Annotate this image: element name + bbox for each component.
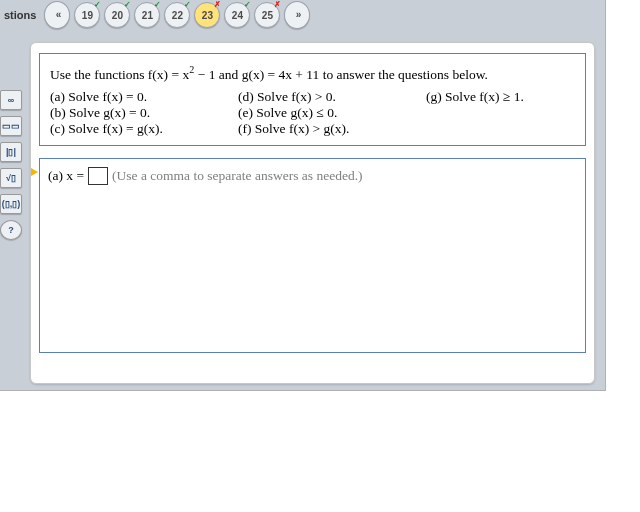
- part-f: (f) Solve f(x) > g(x).: [238, 121, 408, 137]
- next-button[interactable]: »: [284, 1, 310, 29]
- check-icon: ✓: [92, 0, 102, 10]
- part-e: (e) Solve g(x) ≤ 0.: [238, 105, 408, 121]
- part-c: (c) Solve f(x) = g(x).: [50, 121, 220, 137]
- question-block: Use the functions f(x) = x2 − 1 and g(x)…: [39, 53, 586, 146]
- answer-block: (a) x = (Use a comma to separate answers…: [39, 158, 586, 353]
- check-icon: ✓: [242, 0, 252, 10]
- question-intro: Use the functions f(x) = x2 − 1 and g(x)…: [50, 64, 575, 83]
- check-icon: ✓: [182, 0, 192, 10]
- question-25-button[interactable]: 25✗: [254, 2, 280, 28]
- fraction-tool[interactable]: ▭▭: [0, 116, 22, 136]
- check-icon: ✓: [122, 0, 132, 10]
- intro-text-1: Use the functions f(x) = x: [50, 67, 189, 82]
- intro-text-2: − 1 and g(x) = 4x + 11 to answer the que…: [194, 67, 488, 82]
- question-panel: Use the functions f(x) = x2 − 1 and g(x)…: [30, 42, 595, 384]
- cross-icon: ✗: [212, 0, 222, 10]
- question-23-button[interactable]: 23✗: [194, 2, 220, 28]
- question-24-button[interactable]: 24✓: [224, 2, 250, 28]
- tool-belt: ∞ ▭▭ |▯| √▯ (▯,▯) ?: [0, 90, 30, 240]
- part-d: (d) Solve f(x) > 0.: [238, 89, 408, 105]
- check-icon: ✓: [152, 0, 162, 10]
- question-nav: 19✓20✓21✓22✓23✗24✓25✗: [72, 2, 282, 28]
- question-20-button[interactable]: 20✓: [104, 2, 130, 28]
- interval-tool[interactable]: (▯,▯): [0, 194, 22, 214]
- sqrt-tool[interactable]: √▯: [0, 168, 22, 188]
- question-21-button[interactable]: 21✓: [134, 2, 160, 28]
- question-22-button[interactable]: 22✓: [164, 2, 190, 28]
- answer-label: (a) x =: [48, 168, 84, 184]
- questions-label: stions: [4, 9, 36, 21]
- question-19-button[interactable]: 19✓: [74, 2, 100, 28]
- cross-icon: ✗: [272, 0, 282, 10]
- help-tool[interactable]: ?: [0, 220, 22, 240]
- part-b: (b) Solve g(x) = 0.: [50, 105, 220, 121]
- answer-hint: (Use a comma to separate answers as need…: [112, 168, 362, 184]
- prev-button[interactable]: «: [44, 1, 70, 29]
- part-g: (g) Solve f(x) ≥ 1.: [426, 89, 524, 105]
- part-a: (a) Solve f(x) = 0.: [50, 89, 220, 105]
- answer-input[interactable]: [88, 167, 108, 185]
- absolute-tool[interactable]: |▯|: [0, 142, 22, 162]
- infinity-tool[interactable]: ∞: [0, 90, 22, 110]
- current-part-arrow-icon: [30, 165, 38, 179]
